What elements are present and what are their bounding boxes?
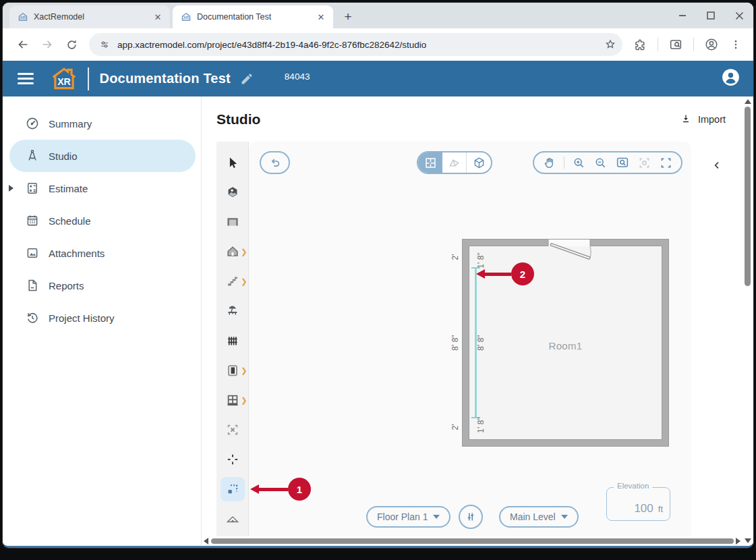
sidebar-item-label: Summary xyxy=(49,118,92,130)
maximize-button[interactable] xyxy=(697,3,725,28)
app-content: Summary Studio Estimate Schedule Attachm… xyxy=(3,96,753,546)
zoom-to-region-icon[interactable] xyxy=(615,155,630,170)
sidebar-item-label: Reports xyxy=(49,280,84,291)
close-window-button[interactable] xyxy=(725,3,753,28)
fullscreen-icon[interactable] xyxy=(659,156,673,170)
tool-deck[interactable] xyxy=(216,296,249,326)
reload-button[interactable] xyxy=(61,34,82,55)
level-selector[interactable]: Main Level xyxy=(499,506,579,528)
import-button[interactable]: Import xyxy=(680,113,726,125)
collapse-panel-button[interactable] xyxy=(708,157,726,174)
back-button[interactable] xyxy=(12,34,34,55)
tool-window[interactable]: ❯ xyxy=(216,385,249,415)
floor-plan-view-button[interactable] xyxy=(418,152,442,173)
tool-stairs[interactable]: ❯ xyxy=(216,267,249,296)
pan-hand-icon[interactable] xyxy=(542,156,556,170)
zoom-to-selection-icon[interactable] xyxy=(637,156,651,170)
browser-toolbar: app.xactremodel.com/project/e43d8ff4-2b1… xyxy=(3,28,753,61)
hamburger-menu-icon[interactable] xyxy=(18,73,34,84)
sidebar-item-attachments[interactable]: Attachments xyxy=(9,237,196,269)
forward-button[interactable] xyxy=(36,34,58,55)
minimize-button[interactable] xyxy=(668,3,697,28)
deck-icon xyxy=(225,304,240,318)
edit-pencil-icon[interactable] xyxy=(240,72,254,86)
sidebar-item-studio[interactable]: Studio xyxy=(9,140,196,172)
gauge-icon xyxy=(25,116,40,131)
tab-search-icon[interactable] xyxy=(665,34,687,55)
chevron-right-icon[interactable]: ❯ xyxy=(241,366,247,375)
sidebar-item-reports[interactable]: Reports xyxy=(9,269,196,302)
scroll-left-arrow[interactable] xyxy=(204,538,208,544)
tab-title: Documentation Test xyxy=(197,12,310,22)
tool-missing-wall[interactable] xyxy=(216,415,249,445)
floor-plan-selector[interactable]: Floor Plan 1 xyxy=(366,506,450,528)
document-icon xyxy=(25,278,40,293)
roof-view-button[interactable] xyxy=(442,152,467,173)
browser-tab-xactremodel[interactable]: XR XactRemodel ✕ xyxy=(9,5,170,28)
vertical-scrollbar-thumb[interactable] xyxy=(745,107,751,286)
expand-caret-icon[interactable] xyxy=(9,185,13,192)
undo-button[interactable] xyxy=(260,151,290,174)
tool-select[interactable] xyxy=(216,148,249,177)
vertical-scrollbar[interactable] xyxy=(743,96,753,546)
reference-point-icon xyxy=(225,452,240,467)
new-tab-button[interactable]: + xyxy=(339,7,357,26)
url-text[interactable]: app.xactremodel.com/project/e43d8ff4-2b1… xyxy=(117,40,604,50)
tab-title: XactRemodel xyxy=(34,12,147,22)
tool-square-footage[interactable] xyxy=(216,474,249,504)
tab-close-icon[interactable]: ✕ xyxy=(152,11,163,22)
sidebar-item-label: Schedule xyxy=(49,215,91,227)
house-icon xyxy=(225,244,240,259)
zoom-out-icon[interactable] xyxy=(593,156,608,170)
annotation-number-badge: 2 xyxy=(511,262,534,285)
room-name-label[interactable]: Room1 xyxy=(469,340,662,352)
horizontal-scrollbar-thumb[interactable] xyxy=(211,538,734,544)
browser-tab-documentation-test[interactable]: XR Documentation Test ✕ xyxy=(173,5,333,28)
tool-room[interactable] xyxy=(216,207,249,237)
chevron-down-icon xyxy=(561,515,568,519)
browser-profile-icon[interactable] xyxy=(701,34,722,55)
plan-settings-button[interactable] xyxy=(459,505,483,529)
tool-house[interactable]: ❯ xyxy=(216,237,249,267)
undo-icon xyxy=(268,156,282,169)
bookmark-star-icon[interactable] xyxy=(604,38,617,51)
dimension-label: 8' 8" xyxy=(475,323,486,363)
horizontal-scrollbar[interactable] xyxy=(202,536,743,546)
tool-roof[interactable] xyxy=(216,504,249,534)
annotation-arrowhead xyxy=(250,484,259,494)
browser-menu-icon[interactable] xyxy=(725,34,747,55)
sidebar-item-summary[interactable]: Summary xyxy=(9,107,196,140)
sidebar-item-project-history[interactable]: Project History xyxy=(9,302,196,334)
account-icon[interactable] xyxy=(722,68,740,89)
3d-view-button[interactable] xyxy=(467,152,491,173)
header-divider xyxy=(88,67,89,90)
chevron-right-icon[interactable]: ❯ xyxy=(241,396,247,405)
tool-reference-point[interactable] xyxy=(216,445,249,474)
tool-door[interactable]: ❯ xyxy=(216,356,249,385)
chevron-right-icon[interactable]: ❯ xyxy=(241,248,247,256)
browser-window: XR XactRemodel ✕ XR Documentation Test ✕… xyxy=(3,3,753,548)
sidebar-item-schedule[interactable]: Schedule xyxy=(9,204,196,237)
tool-fence[interactable] xyxy=(216,326,249,356)
tab-close-icon[interactable]: ✕ xyxy=(316,11,326,22)
scroll-up-arrow[interactable] xyxy=(745,99,751,104)
drafting-compass-icon xyxy=(25,148,40,163)
scroll-down-arrow[interactable] xyxy=(745,538,751,543)
drawing-canvas[interactable]: Room1 2' 8' 8" 2' 1' 8" 8' 8" 1' 8" Floo… xyxy=(249,142,691,536)
browser-tab-strip: XR XactRemodel ✕ XR Documentation Test ✕… xyxy=(3,3,753,28)
site-info-icon[interactable] xyxy=(98,38,111,51)
elevation-value[interactable]: 100 xyxy=(634,502,653,515)
tool-blocks[interactable] xyxy=(216,177,249,207)
door-icon xyxy=(225,363,240,378)
extensions-icon[interactable] xyxy=(629,34,651,55)
sidebar-item-estimate[interactable]: Estimate xyxy=(9,172,196,204)
floor-plan-selector-label: Floor Plan 1 xyxy=(377,511,428,522)
right-panel xyxy=(691,142,743,536)
elevation-field[interactable]: Elevation 100 ft xyxy=(606,487,670,521)
chevron-right-icon[interactable]: ❯ xyxy=(241,277,247,286)
zoom-in-icon[interactable] xyxy=(572,156,586,170)
annotation-arrow-shaft xyxy=(485,273,511,276)
url-bar[interactable]: app.xactremodel.com/project/e43d8ff4-2b1… xyxy=(89,33,622,56)
xr-favicon-icon: XR xyxy=(181,11,192,22)
scroll-right-arrow[interactable] xyxy=(736,538,740,544)
